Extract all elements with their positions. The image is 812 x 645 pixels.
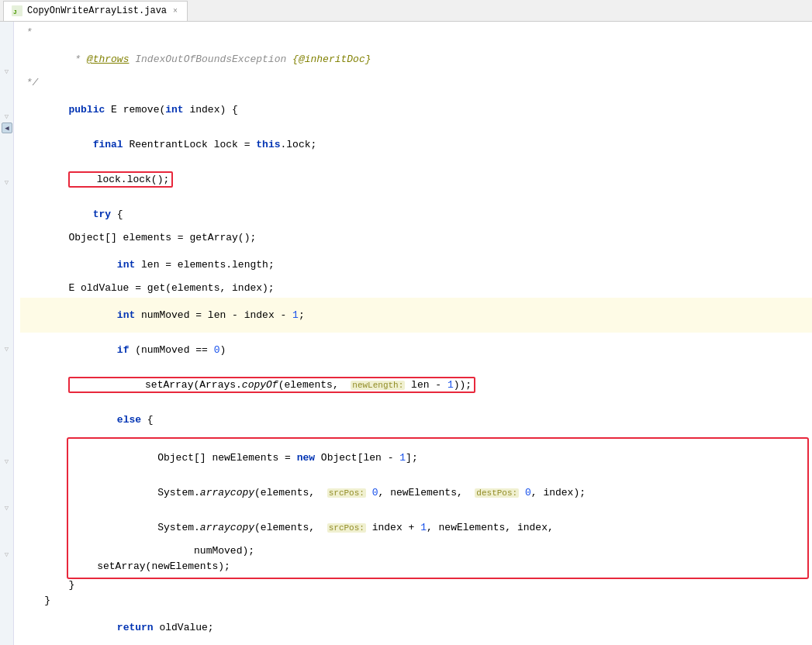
code-line: final ReentrantLock lock = this.lock;	[20, 127, 812, 162]
redbox-lock-lock: lock.lock();	[68, 171, 173, 188]
fold-marker-7[interactable]: ▽	[2, 549, 12, 560]
editor-area: ◀ ▽ ▽ ▽ ▽ ▽ ▽ ▽ * * @throws IndexOutOfBo…	[0, 22, 812, 645]
code-line: System.arraycopy(elements, srcPos: index…	[73, 510, 803, 545]
code-line: Object[] elements = getArray();	[20, 232, 812, 247]
code-line: }	[20, 595, 812, 610]
fold-marker-3[interactable]: ▽	[2, 177, 12, 188]
fold-marker-5[interactable]: ▽	[2, 456, 12, 467]
tab-filename: CopyOnWriteArrayList.java	[27, 5, 167, 16]
code-line: E oldValue = get(elements, index);	[20, 282, 812, 298]
fold-marker-6[interactable]: ▽	[2, 502, 12, 513]
code-line: else {	[20, 402, 812, 437]
tab-bar: J CopyOnWriteArrayList.java ×	[0, 0, 812, 22]
fold-marker-1[interactable]: ▽	[2, 66, 12, 77]
file-tab[interactable]: J CopyOnWriteArrayList.java ×	[3, 1, 188, 21]
code-line-nummoved: int numMoved = len - index - 1;	[20, 298, 812, 333]
code-line: int len = elements.length;	[20, 247, 812, 282]
java-file-icon: J	[12, 5, 22, 16]
code-line: try {	[20, 197, 812, 232]
code-line-lock-lock: lock.lock();	[20, 162, 812, 197]
gutter-nav: ◀ ▽ ▽ ▽ ▽ ▽ ▽ ▽	[0, 22, 14, 645]
code-line-setarray-copyof: setArray(Arrays.copyOf(elements, newLeng…	[20, 367, 812, 402]
code-editor[interactable]: * * @throws IndexOutOfBoundsException {@…	[14, 22, 812, 645]
code-line: */	[20, 77, 812, 92]
fold-marker-2[interactable]: ▽	[2, 111, 12, 122]
code-line: Object[] newElements = new Object[len - …	[73, 440, 803, 475]
tab-close-button[interactable]: ×	[171, 6, 179, 16]
code-line: setArray(newElements);	[73, 560, 803, 576]
code-line: System.arraycopy(elements, srcPos: 0, ne…	[73, 475, 803, 510]
redbox-setarray: setArray(Arrays.copyOf(elements, newLeng…	[68, 377, 475, 393]
code-line: public E remove(int index) {	[20, 92, 812, 127]
code-line: if (numMoved == 0)	[20, 333, 812, 367]
code-line: numMoved);	[73, 545, 803, 560]
fold-marker-4[interactable]: ▽	[2, 343, 12, 354]
code-line: * @throws IndexOutOfBoundsException {@in…	[20, 42, 812, 77]
code-line: return oldValue;	[20, 610, 812, 645]
nav-arrow-left[interactable]: ◀	[2, 122, 12, 133]
code-line: *	[20, 26, 812, 42]
code-line: }	[20, 579, 812, 595]
svg-text:J: J	[13, 9, 17, 16]
redbox-else-block: Object[] newElements = new Object[len - …	[67, 437, 809, 579]
